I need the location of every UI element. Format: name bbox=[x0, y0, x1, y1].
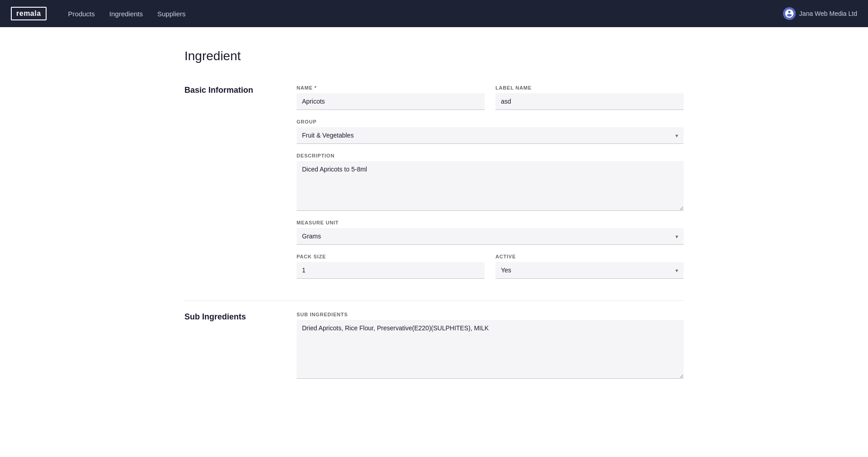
basic-information-label: Basic Information bbox=[184, 85, 275, 279]
pack-size-field-group: PACK SIZE bbox=[297, 254, 485, 279]
nav-link-ingredients[interactable]: Ingredients bbox=[109, 10, 143, 18]
nav-link-suppliers[interactable]: Suppliers bbox=[157, 10, 186, 18]
name-input[interactable] bbox=[297, 93, 485, 110]
active-select-wrapper: Yes No bbox=[495, 262, 684, 279]
pack-size-label: PACK SIZE bbox=[297, 254, 485, 259]
description-label: DESCRIPTION bbox=[297, 153, 684, 158]
main-content: Ingredient Basic Information NAME * LABE… bbox=[163, 27, 705, 437]
label-name-field-group: LABEL NAME bbox=[495, 85, 684, 110]
sub-ingredients-textarea[interactable]: Dried Apricots, Rice Flour, Preservative… bbox=[297, 320, 684, 379]
group-select-wrapper: Fruit & Vegetables Dairy Meat Grains Oth… bbox=[297, 127, 684, 144]
basic-information-fields: NAME * LABEL NAME GROUP Fruit & Vegetabl… bbox=[297, 85, 684, 279]
label-name-label: LABEL NAME bbox=[495, 85, 684, 90]
page-title: Ingredient bbox=[184, 49, 684, 63]
sub-ingredients-heading: Sub Ingredients bbox=[184, 312, 275, 322]
measure-unit-select-wrapper: Grams Kilograms Litres Millilitres Units bbox=[297, 228, 684, 245]
sub-ingredients-field-group: SUB INGREDIENTS Dried Apricots, Rice Flo… bbox=[297, 312, 684, 379]
nav-links: Products Ingredients Suppliers bbox=[68, 10, 769, 18]
active-field-group: ACTIVE Yes No bbox=[495, 254, 684, 279]
group-select[interactable]: Fruit & Vegetables Dairy Meat Grains Oth… bbox=[297, 127, 684, 144]
group-label: GROUP bbox=[297, 119, 684, 124]
section-divider bbox=[184, 300, 684, 301]
active-label: ACTIVE bbox=[495, 254, 684, 259]
label-name-input[interactable] bbox=[495, 93, 684, 110]
navbar: remala Products Ingredients Suppliers Ja… bbox=[0, 0, 868, 27]
basic-information-heading: Basic Information bbox=[184, 85, 275, 95]
pack-size-input[interactable] bbox=[297, 262, 485, 279]
measure-unit-field-group: MEASURE UNIT Grams Kilograms Litres Mill… bbox=[297, 220, 684, 245]
sub-ingredients-label: Sub Ingredients bbox=[184, 312, 275, 379]
basic-information-section: Basic Information NAME * LABEL NAME GROU… bbox=[184, 85, 684, 279]
user-name: Jana Web Media Ltd bbox=[799, 10, 857, 17]
description-textarea[interactable]: Diced Apricots to 5-8ml bbox=[297, 161, 684, 211]
measure-unit-select[interactable]: Grams Kilograms Litres Millilitres Units bbox=[297, 228, 684, 245]
group-field-group: GROUP Fruit & Vegetables Dairy Meat Grai… bbox=[297, 119, 684, 144]
name-field-group: NAME * bbox=[297, 85, 485, 110]
account-circle-icon bbox=[783, 7, 796, 20]
description-field-group: DESCRIPTION Diced Apricots to 5-8ml bbox=[297, 153, 684, 211]
sub-ingredients-fields: SUB INGREDIENTS Dried Apricots, Rice Flo… bbox=[297, 312, 684, 379]
active-select[interactable]: Yes No bbox=[495, 262, 684, 279]
name-row: NAME * LABEL NAME bbox=[297, 85, 684, 110]
nav-link-products[interactable]: Products bbox=[68, 10, 95, 18]
pack-size-active-row: PACK SIZE ACTIVE Yes No bbox=[297, 254, 684, 279]
sub-ingredients-section: Sub Ingredients SUB INGREDIENTS Dried Ap… bbox=[184, 312, 684, 379]
user-menu[interactable]: Jana Web Media Ltd bbox=[783, 7, 857, 20]
measure-unit-label: MEASURE UNIT bbox=[297, 220, 684, 225]
name-label: NAME * bbox=[297, 85, 485, 90]
brand-logo[interactable]: remala bbox=[11, 7, 47, 20]
sub-ingredients-field-label: SUB INGREDIENTS bbox=[297, 312, 684, 317]
